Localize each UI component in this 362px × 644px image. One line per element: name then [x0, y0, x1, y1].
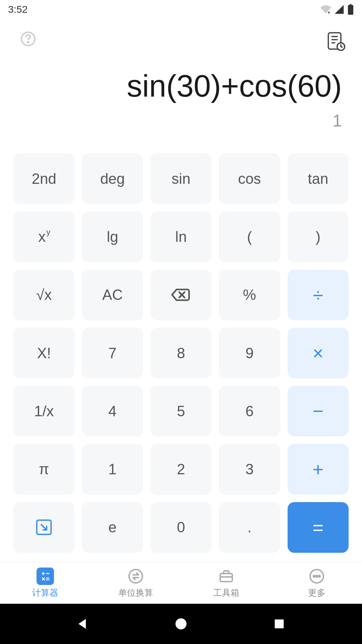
nav-more-label: 更多	[308, 587, 325, 599]
status-bar: 3:52	[0, 0, 362, 19]
top-bar	[0, 19, 362, 59]
svg-rect-14	[43, 572, 44, 575]
key-2nd[interactable]: 2nd	[13, 153, 74, 204]
key-dot[interactable]: .	[219, 502, 280, 553]
nav-calculator[interactable]: 计算器	[0, 562, 90, 604]
keypad: 2nd deg sin cos tan xy lg ln ( ) √x AC %…	[0, 144, 362, 562]
key-equals[interactable]: =	[288, 502, 349, 553]
key-tan[interactable]: tan	[288, 153, 349, 204]
svg-rect-1	[348, 5, 353, 15]
key-7[interactable]: 7	[82, 328, 143, 378]
key-4[interactable]: 4	[82, 386, 143, 436]
key-minus[interactable]: −	[288, 386, 349, 436]
key-3[interactable]: 3	[219, 444, 280, 494]
svg-rect-15	[46, 573, 49, 574]
bottom-nav: 计算器 单位换算 工具箱 更多	[0, 562, 362, 604]
display-area: sin(30)+cos(60) 1	[0, 59, 362, 144]
toolbox-icon	[218, 568, 235, 585]
wifi-off-icon	[320, 4, 331, 15]
result-display: 1	[20, 111, 342, 130]
key-cos[interactable]: cos	[219, 153, 280, 204]
nav-more[interactable]: 更多	[272, 562, 362, 604]
status-time: 3:52	[8, 4, 27, 15]
key-9[interactable]: 9	[219, 328, 280, 378]
svg-rect-16	[46, 578, 49, 579]
key-collapse[interactable]	[13, 502, 74, 553]
key-0[interactable]: 0	[150, 502, 212, 553]
key-reciprocal[interactable]: 1/x	[13, 386, 74, 436]
key-plus[interactable]: +	[288, 444, 349, 494]
nav-unit-convert[interactable]: 单位换算	[90, 562, 181, 604]
svg-point-24	[175, 619, 186, 630]
key-backspace[interactable]	[150, 270, 212, 320]
key-divide[interactable]: ÷	[288, 270, 349, 320]
key-e[interactable]: e	[82, 502, 143, 553]
key-8[interactable]: 8	[150, 328, 212, 378]
key-ln[interactable]: ln	[150, 211, 212, 262]
help-button[interactable]	[20, 31, 36, 47]
svg-rect-2	[350, 4, 351, 5]
key-2[interactable]: 2	[150, 444, 212, 494]
key-power[interactable]: xy	[13, 211, 74, 262]
system-recent-button[interactable]	[269, 614, 289, 634]
key-percent[interactable]: %	[219, 270, 280, 320]
key-deg[interactable]: deg	[82, 153, 143, 204]
expression-display: sin(30)+cos(60)	[20, 69, 342, 103]
status-icons	[320, 4, 354, 15]
key-5[interactable]: 5	[150, 386, 212, 436]
svg-point-18	[129, 570, 142, 583]
key-multiply[interactable]: ×	[288, 328, 349, 378]
key-rparen[interactable]: )	[288, 211, 349, 262]
key-ac[interactable]: AC	[82, 270, 143, 320]
svg-point-4	[27, 42, 28, 43]
nav-calculator-label: 计算器	[32, 587, 58, 599]
key-pi[interactable]: π	[13, 444, 74, 494]
system-nav-bar	[0, 604, 362, 644]
nav-unit-convert-label: 单位换算	[118, 587, 153, 599]
svg-point-21	[313, 576, 315, 577]
system-home-button[interactable]	[171, 614, 191, 634]
history-button[interactable]	[326, 31, 342, 47]
key-sin[interactable]: sin	[150, 153, 212, 204]
svg-point-23	[319, 576, 320, 577]
signal-icon	[334, 4, 345, 15]
nav-toolbox-label: 工具箱	[213, 587, 239, 599]
key-lg[interactable]: lg	[82, 211, 143, 262]
key-sqrt[interactable]: √x	[13, 270, 74, 320]
key-lparen[interactable]: (	[219, 211, 280, 262]
svg-rect-17	[46, 579, 49, 580]
system-back-button[interactable]	[73, 614, 93, 634]
battery-icon	[347, 4, 354, 15]
more-icon	[308, 568, 325, 585]
key-6[interactable]: 6	[219, 386, 280, 436]
calculator-icon	[37, 568, 54, 585]
key-1[interactable]: 1	[82, 444, 143, 494]
key-factorial[interactable]: X!	[13, 328, 74, 378]
convert-icon	[127, 568, 144, 585]
svg-rect-25	[275, 620, 284, 629]
svg-point-22	[316, 576, 318, 577]
nav-toolbox[interactable]: 工具箱	[181, 562, 272, 604]
